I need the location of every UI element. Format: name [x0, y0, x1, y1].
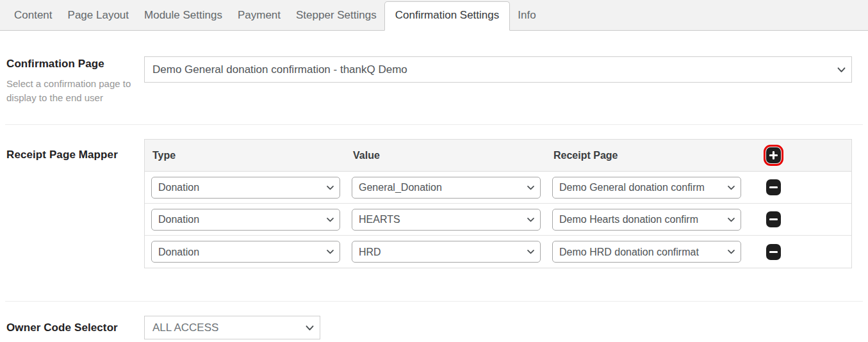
confirmation-page-section: Confirmation Page Select a confirmation …: [0, 56, 868, 105]
value-select-wrapper: General_Donation: [352, 177, 541, 199]
section-divider: [5, 301, 863, 302]
minus-icon: [769, 186, 778, 189]
value-select-wrapper: HEARTS: [352, 209, 541, 231]
tab-confirmation-settings[interactable]: Confirmation Settings: [384, 1, 511, 31]
type-select[interactable]: Donation: [151, 209, 340, 231]
type-select-wrapper: Donation: [151, 241, 340, 263]
receipt-page-select[interactable]: Demo General donation confirm: [552, 177, 741, 199]
confirmation-page-select-wrapper: Demo General donation confirmation - tha…: [144, 56, 852, 83]
receipt-page-mapper-label: Receipt Page Mapper: [6, 139, 144, 161]
value-select[interactable]: HEARTS: [352, 209, 541, 231]
type-select[interactable]: Donation: [151, 177, 340, 199]
type-select-wrapper: Donation: [151, 209, 340, 231]
receipt-page-select[interactable]: Demo HRD donation confirmat: [552, 241, 741, 263]
value-select[interactable]: General_Donation: [352, 177, 541, 199]
confirmation-page-select[interactable]: Demo General donation confirmation - tha…: [144, 56, 852, 83]
tab-info[interactable]: Info: [510, 1, 543, 30]
remove-row-button[interactable]: [766, 211, 781, 227]
value-select[interactable]: HRD: [352, 241, 541, 263]
tab-content[interactable]: Content: [6, 1, 60, 30]
add-row-button[interactable]: [766, 147, 781, 163]
receipt-page-mapper-table: Type Value Receipt Page Donation: [144, 139, 852, 268]
confirmation-page-label: Confirmation Page: [6, 56, 144, 70]
receipt-page-mapper-section: Receipt Page Mapper Type Value Receipt P…: [0, 139, 868, 268]
type-select[interactable]: Donation: [151, 241, 340, 263]
plus-icon: [769, 151, 778, 159]
remove-row-button[interactable]: [766, 244, 781, 260]
confirmation-page-help-text: Select a confirmation page to display to…: [6, 77, 141, 105]
tab-stepper-settings[interactable]: Stepper Settings: [288, 1, 384, 30]
confirmation-page-label-block: Confirmation Page Select a confirmation …: [0, 56, 144, 105]
minus-icon: [769, 218, 778, 221]
mapper-header-row: Type Value Receipt Page: [145, 140, 851, 172]
column-header-receipt-page: Receipt Page: [552, 150, 741, 161]
section-divider: [5, 124, 863, 125]
type-select-wrapper: Donation: [151, 177, 340, 199]
receipt-page-select-wrapper: Demo General donation confirm: [552, 177, 741, 199]
column-header-value: Value: [352, 150, 541, 161]
mapper-row: Donation HEARTS Demo Heart: [145, 204, 851, 236]
owner-code-select-wrapper: ALL ACCESS: [144, 316, 320, 339]
column-header-type: Type: [151, 150, 340, 161]
owner-code-selector-section: Owner Code Selector ALL ACCESS: [0, 316, 868, 339]
settings-tab-bar: Content Page Layout Module Settings Paym…: [0, 0, 868, 31]
remove-row-button[interactable]: [766, 179, 781, 195]
tab-page-layout[interactable]: Page Layout: [60, 1, 136, 30]
receipt-page-select-wrapper: Demo HRD donation confirmat: [552, 241, 741, 263]
owner-code-select[interactable]: ALL ACCESS: [144, 316, 320, 339]
minus-icon: [769, 250, 778, 254]
tab-payment[interactable]: Payment: [230, 1, 288, 30]
value-select-wrapper: HRD: [352, 241, 541, 263]
tab-module-settings[interactable]: Module Settings: [136, 1, 230, 30]
mapper-row: Donation HRD Demo HRD dona: [145, 236, 851, 268]
receipt-page-select[interactable]: Demo Hearts donation confirm: [552, 209, 741, 231]
mapper-row: Donation General_Donation: [145, 172, 851, 204]
receipt-page-select-wrapper: Demo Hearts donation confirm: [552, 209, 741, 231]
owner-code-selector-label: Owner Code Selector: [6, 316, 144, 334]
